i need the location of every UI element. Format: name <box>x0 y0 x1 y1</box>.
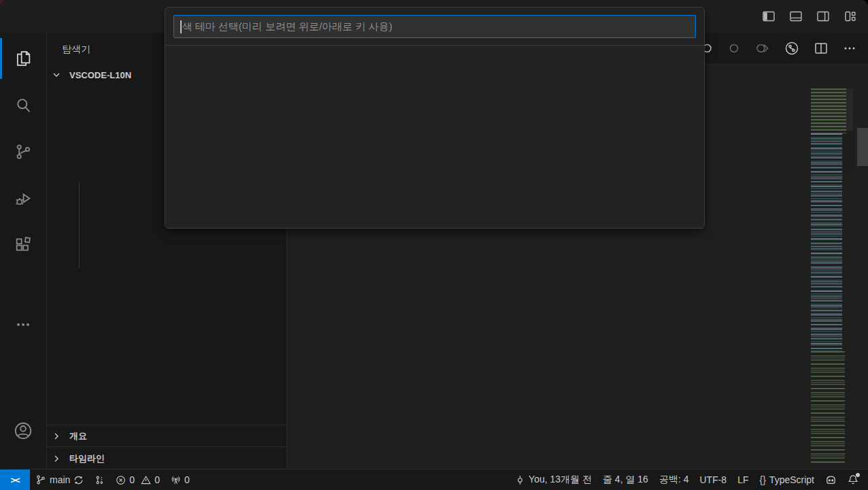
scrollbar-slider[interactable] <box>857 128 868 166</box>
quickpick-input[interactable]: 색 테마 선택(미리 보려면 위로/아래로 키 사용) <box>173 15 696 38</box>
chevron-right-icon <box>51 431 68 442</box>
zoom-window-button[interactable] <box>45 12 54 22</box>
nav-location-icon[interactable] <box>727 41 741 56</box>
minimize-window-button[interactable] <box>27 12 37 22</box>
ports-item[interactable]: 0 <box>165 474 195 485</box>
indent-guide <box>79 182 80 268</box>
editor-scrollbar[interactable] <box>856 88 868 470</box>
minimap-viewport[interactable] <box>811 88 853 131</box>
braces-icon: {} <box>760 474 766 485</box>
text-caret <box>180 20 182 33</box>
macos-traffic-lights <box>10 12 54 22</box>
error-icon <box>116 475 126 485</box>
account-icon[interactable] <box>0 414 46 447</box>
run-debug-view-icon[interactable] <box>0 182 46 215</box>
eol-item[interactable]: LF <box>732 474 754 485</box>
search-view-icon[interactable] <box>0 89 46 122</box>
indentation-item[interactable]: 공백: 4 <box>654 474 695 486</box>
customize-layout-icon[interactable] <box>842 8 858 24</box>
toggle-panel-icon[interactable] <box>788 8 804 24</box>
toggle-secondary-sidebar-icon[interactable] <box>815 8 831 24</box>
git-graph-item[interactable] <box>89 475 110 485</box>
source-control-graph-icon[interactable] <box>784 40 800 56</box>
notifications-item[interactable] <box>842 474 864 485</box>
more-views-icon[interactable] <box>0 308 46 341</box>
quickpick-placeholder: 색 테마 선택(미리 보려면 위로/아래로 키 사용) <box>182 20 393 33</box>
warning-icon <box>141 475 151 485</box>
copilot-item[interactable] <box>820 474 842 486</box>
quickpick-theme-picker: 색 테마 선택(미리 보려면 위로/아래로 키 사용) <box>165 7 705 229</box>
radio-tower-icon <box>171 475 181 485</box>
vscode-window: ⚙ 1 탐색기 VSCODE-L10N 개요 <box>0 0 868 490</box>
chevron-right-icon <box>51 453 68 464</box>
chevron-down-icon <box>51 69 68 80</box>
activity-bar: ⚙ 1 <box>0 33 47 470</box>
toggle-primary-sidebar-icon[interactable] <box>761 8 777 24</box>
quickpick-list <box>165 45 704 46</box>
split-editor-icon[interactable] <box>814 41 829 56</box>
timeline-section-header[interactable]: 타임라인 <box>47 446 286 470</box>
commit-icon <box>515 475 525 485</box>
sync-icon <box>73 475 84 485</box>
notification-dot <box>856 473 860 477</box>
editor-more-actions-icon[interactable] <box>842 41 857 56</box>
status-bar: >< main 0 0 0 You, 13개월 <box>0 469 868 490</box>
cursor-position-item[interactable]: 줄 4, 열 16 <box>597 474 654 486</box>
explorer-view-icon[interactable] <box>0 42 46 75</box>
outline-section-header[interactable]: 개요 <box>47 425 286 446</box>
remote-indicator[interactable]: >< <box>0 470 30 490</box>
minimap[interactable] <box>811 88 853 470</box>
encoding-item[interactable]: UTF-8 <box>694 474 732 485</box>
blame-item[interactable]: You, 13개월 전 <box>510 474 597 486</box>
copilot-icon <box>825 474 837 486</box>
language-mode-item[interactable]: {} TypeScript <box>754 474 820 485</box>
close-window-button[interactable] <box>10 12 19 22</box>
go-forward-icon[interactable] <box>755 41 770 56</box>
extensions-view-icon[interactable] <box>0 229 46 261</box>
source-control-view-icon[interactable] <box>0 135 46 168</box>
problems-item[interactable]: 0 0 <box>110 474 165 485</box>
git-branch-item[interactable]: main <box>30 474 89 485</box>
